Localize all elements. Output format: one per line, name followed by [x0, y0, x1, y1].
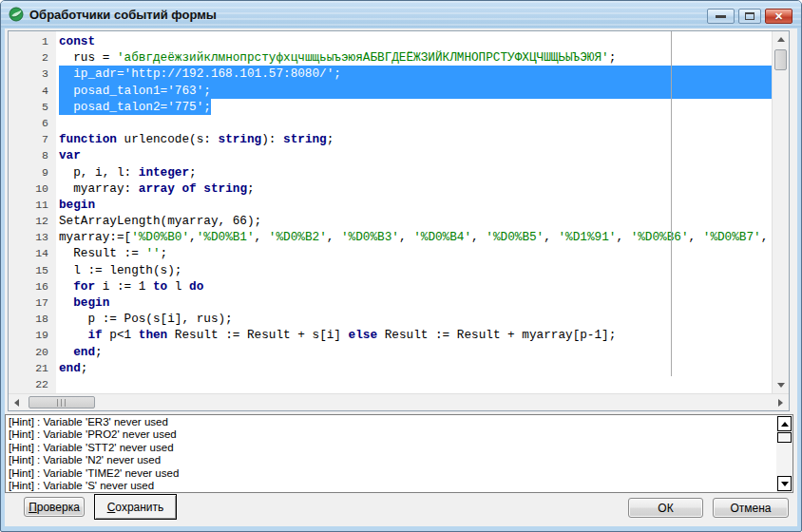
code-line[interactable]: 7function urlencode(s: string): string; [9, 131, 772, 147]
line-number: 11 [9, 197, 48, 213]
code-line[interactable]: 9 p, i, l: integer; [9, 164, 772, 180]
dialog-window: Обработчики событий формы ✕ 1const2 rus … [0, 0, 802, 532]
titlebar-buttons: ✕ [707, 9, 792, 24]
scroll-down-icon[interactable] [773, 377, 789, 393]
code-line[interactable]: 2 rus = 'абвгдеёжзийклмнопрстуфхцчшщьыъэ… [9, 49, 772, 66]
code-editor[interactable]: 1const2 rus = 'абвгдеёжзийклмнопрстуфхцч… [8, 30, 790, 411]
titlebar[interactable]: Обработчики событий формы ✕ [1, 1, 801, 28]
code-line[interactable]: 3 ip_adr='http://192.168.101.57:8080/'; [9, 66, 772, 82]
line-number: 22 [9, 376, 48, 392]
window-title: Обработчики событий формы [29, 8, 217, 22]
messages-scroll-down-icon[interactable] [777, 476, 792, 491]
line-number: 14 [9, 245, 48, 261]
line-number: 1 [9, 33, 48, 49]
message-list-items: [Hint] : Variable 'ER3' never used[Hint]… [6, 416, 775, 493]
code-line[interactable]: 14 Result := ''; [9, 245, 772, 261]
maximize-icon [745, 12, 754, 20]
message-item[interactable]: [Hint] : Variable 'ER3' never used [6, 416, 775, 428]
message-item[interactable]: [Hint] : Variable 'S' never used [6, 480, 775, 492]
code-line[interactable]: 5 posad_talon2='775'; [9, 99, 772, 115]
line-number: 6 [9, 115, 48, 131]
code-line[interactable]: 20 end; [9, 344, 772, 360]
minimize-button[interactable] [707, 9, 735, 24]
line-number: 10 [9, 180, 48, 197]
messages-scroll-thumb[interactable] [777, 432, 792, 443]
app-icon [9, 7, 24, 22]
code-line[interactable]: 18 p := Pos(s[i], rus); [9, 311, 772, 327]
scroll-right-icon[interactable] [773, 394, 789, 410]
code-line[interactable]: 21end; [9, 360, 772, 376]
code-line[interactable]: 12SetArrayLength(myarray, 66); [9, 213, 772, 229]
code-line[interactable]: 11begin [9, 197, 772, 213]
messages-vertical-scrollbar[interactable] [776, 415, 792, 492]
message-list[interactable]: [Hint] : Variable 'ER3' never used[Hint]… [5, 414, 793, 493]
line-number: 17 [9, 294, 48, 311]
check-button[interactable]: Проверка [24, 497, 85, 517]
code-line[interactable]: 10 myarray: array of string; [9, 180, 772, 197]
code-line[interactable]: 22 [9, 376, 772, 392]
horizontal-scroll-thumb[interactable] [29, 396, 95, 408]
close-button[interactable]: ✕ [765, 9, 792, 24]
line-number: 21 [9, 360, 48, 376]
cancel-button[interactable]: Отмена [713, 498, 789, 518]
scroll-left-icon[interactable] [9, 394, 25, 410]
right-margin-line [671, 31, 672, 376]
message-item[interactable]: [Hint] : Variable 'N2' never used [6, 454, 775, 466]
line-number: 19 [9, 327, 48, 343]
vertical-scroll-thumb[interactable] [774, 49, 787, 70]
line-number: 16 [9, 278, 48, 294]
message-item[interactable]: [Hint] : Variable 'TIME2' never used [6, 467, 775, 480]
line-number: 13 [9, 229, 48, 245]
line-number: 9 [9, 164, 48, 180]
line-number: 3 [9, 66, 48, 82]
line-number: 8 [9, 147, 48, 163]
maximize-button[interactable] [738, 9, 761, 24]
ok-button[interactable]: ОК [628, 498, 703, 518]
line-number: 2 [9, 49, 48, 66]
code-line[interactable]: 8var [9, 147, 772, 163]
messages-scroll-up-icon[interactable] [777, 416, 792, 431]
line-number: 12 [9, 213, 48, 229]
code-line[interactable]: 1const [9, 33, 772, 49]
thumb-grip-icon [57, 399, 67, 407]
code-viewport[interactable]: 1const2 rus = 'абвгдеёжзийклмнопрстуфхцч… [9, 31, 772, 393]
editor-horizontal-scrollbar[interactable] [9, 393, 789, 410]
line-number: 20 [9, 344, 48, 360]
minimize-icon [716, 15, 726, 18]
dialog-client-area: 1const2 rus = 'абвгдеёжзийклмнопрстуфхцч… [5, 28, 797, 526]
line-number: 7 [9, 131, 48, 147]
code-line[interactable]: 13myarray:=['%D0%B0','%D0%B1', '%D0%B2',… [9, 229, 772, 245]
scroll-up-icon[interactable] [773, 31, 789, 48]
code-lines: 1const2 rus = 'абвгдеёжзийклмнопрстуфхцч… [9, 33, 772, 392]
code-line[interactable]: 15 l := length(s); [9, 262, 772, 278]
code-line[interactable]: 17 begin [9, 294, 772, 311]
line-number: 18 [9, 311, 48, 327]
editor-vertical-scrollbar[interactable] [772, 31, 789, 393]
line-number: 15 [9, 262, 48, 278]
code-line[interactable]: 19 if p<1 then Result := Result + s[i] e… [9, 327, 772, 343]
code-line[interactable]: 16 for i := 1 to l do [9, 278, 772, 294]
message-item[interactable]: [Hint] : Variable 'PRO2' never used [6, 428, 775, 441]
code-line[interactable]: 6 [9, 115, 772, 131]
close-icon: ✕ [774, 11, 783, 22]
save-button[interactable]: Сохранить [94, 494, 177, 520]
line-number: 4 [9, 83, 48, 99]
line-number: 5 [9, 99, 48, 115]
message-item[interactable]: [Hint] : Variable 'STT2' never used [6, 442, 775, 454]
code-line[interactable]: 4 posad_talon1='763'; [9, 83, 772, 99]
